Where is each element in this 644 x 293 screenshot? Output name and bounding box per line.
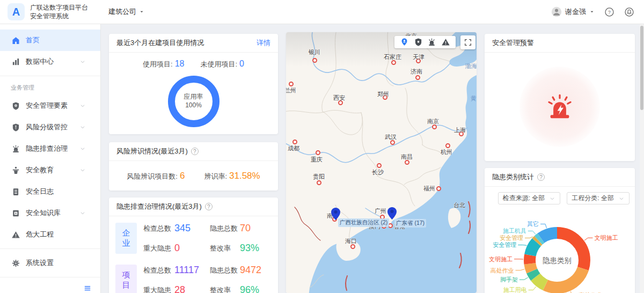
sidebar-item-安全管理要素[interactable]: 安全管理要素 <box>0 95 100 116</box>
sidebar-item-label: 隐患排查治理 <box>26 144 78 153</box>
sidebar-item-安全日志[interactable]: 安全日志 <box>0 181 100 202</box>
hazard-group-企业: 企业检查总数345隐患总数70重大隐患0整改率93% <box>115 223 272 254</box>
map-pin[interactable] <box>387 207 397 219</box>
metric-label: 重大隐患 <box>143 244 174 253</box>
shield-alert-icon <box>11 122 20 132</box>
map-layer-toolbar <box>394 36 456 48</box>
map-city-label: 南昌 <box>401 153 413 161</box>
help-icon[interactable]: ? <box>537 173 545 181</box>
map-city-label: 广州 <box>375 207 386 215</box>
donut-callout-label: 安全管理 <box>493 241 516 248</box>
app-title: 广联达数字项目平台 安全管理系统 <box>30 3 88 20</box>
siren-icon[interactable] <box>427 38 436 47</box>
map-city-label: 上海 <box>454 126 466 134</box>
sidebar-item-label: 风险分级管控 <box>26 122 78 132</box>
donut-callout-label: 文明施工 <box>594 235 618 241</box>
help-icon[interactable]: ? <box>604 7 614 17</box>
donut-callout-label: 高处作业 <box>491 267 514 274</box>
scrollbar-thumb[interactable] <box>640 26 643 110</box>
app-title-line1: 广联达数字项目平台 <box>30 3 88 12</box>
shield-gear-icon <box>11 101 20 111</box>
shield-icon[interactable] <box>414 38 423 47</box>
china-map[interactable]: 渤海黄北京银川石家庄天津济南兰州西安郑州南京上海武汉成都重庆杭州南昌长沙贵阳福州… <box>286 32 477 293</box>
usage-stat-unused: 未使用项目:0 <box>200 59 244 69</box>
help-icon[interactable]: ? <box>205 203 213 210</box>
sidebar-item-隐患排查治理[interactable]: 隐患排查治理 <box>0 138 100 159</box>
metric-value: 0 <box>174 243 210 254</box>
sidebar-item-label: 数据中心 <box>26 57 78 67</box>
category-filter-1[interactable]: 工程分类: 全部 <box>567 192 630 204</box>
alert-panel-title: 安全管理预警 <box>492 38 534 48</box>
map-city-label: 郑州 <box>377 90 389 98</box>
map-city-dot <box>316 150 320 155</box>
hazard-card-title: 隐患排查治理情况(最近3月) <box>116 202 202 211</box>
bar-chart-icon <box>11 57 20 67</box>
map-water-label: 渤海 <box>465 62 477 70</box>
category-panel-title: 隐患类别统计 <box>492 172 534 182</box>
chevron-down-icon <box>78 144 87 153</box>
map-fullscreen-button[interactable] <box>460 35 475 49</box>
app-title-line2: 安全管理系统 <box>30 12 88 20</box>
risk-card: 风险辨识情况(最近3月) ? 风险辨识项目数:6 辨识率:31.58% <box>109 142 278 191</box>
filter-value: 工程分类: 全部 <box>572 194 614 203</box>
user-name: 谢金强 <box>565 7 586 17</box>
usage-donut-chart: 应用率 100% <box>168 76 219 127</box>
donut-callout-label: 其它 <box>527 221 539 227</box>
avatar <box>551 6 562 17</box>
filter-value: 检查来源: 全部 <box>503 194 545 203</box>
podium-icon <box>11 165 20 175</box>
hazard-group-tag: 企业 <box>115 223 137 254</box>
sidebar-item-安全知识库[interactable]: 安全知识库 <box>0 202 100 224</box>
map-city-dot <box>317 180 321 185</box>
map-city-dot <box>445 143 450 148</box>
hazard-card: 隐患排查治理情况(最近3月) ? 企业检查总数345隐患总数70重大隐患0整改率… <box>109 197 278 293</box>
collapse-menu-icon[interactable] <box>83 284 92 292</box>
donut-callout-label: 脚手架 <box>500 276 518 283</box>
map-city-label: 杭州 <box>441 148 452 156</box>
sidebar-item-风险分级管控[interactable]: 风险分级管控 <box>0 116 100 138</box>
sidebar-item-安全教育[interactable]: 安全教育 <box>0 159 100 181</box>
donut-callout-label: 文明施工 <box>489 256 513 262</box>
warning-icon[interactable] <box>441 38 450 47</box>
notification-bell-icon[interactable] <box>624 7 634 17</box>
metric-value: 70 <box>240 223 272 234</box>
map-city-label: 长沙 <box>372 169 384 177</box>
usage-detail-link[interactable]: 详情 <box>257 38 270 48</box>
map-city-dot <box>377 163 382 168</box>
usage-card-title: 最近3个月在建项目使用情况 <box>116 38 204 48</box>
sidebar-item-label: 首页 <box>26 35 93 45</box>
book-icon <box>11 208 20 218</box>
map-region-badge[interactable]: 广东省 (17) <box>394 219 426 228</box>
usage-card: 最近3个月在建项目使用情况 详情 使用项目:18 未使用项目:0 应用率 100… <box>109 34 278 134</box>
svg-text:?: ? <box>608 9 611 14</box>
org-name: 建筑公司 <box>108 7 136 17</box>
sidebar-item-首页[interactable]: 首页 <box>0 30 100 51</box>
hazard-group-tag: 项目 <box>115 265 137 293</box>
org-selector[interactable]: 建筑公司 <box>108 7 144 17</box>
sidebar-item-label: 危大工程 <box>26 230 93 239</box>
usage-donut-label: 应用率 <box>184 93 203 101</box>
siren-alarm-icon <box>546 93 574 121</box>
map-region-badge[interactable]: 广西壮族自治区 (2) <box>338 218 389 227</box>
metric-label: 重大隐患 <box>143 285 174 293</box>
chevron-down-icon <box>78 208 87 218</box>
sidebar-item-危大工程[interactable]: 危大工程 <box>0 224 100 245</box>
metric-value: 9472 <box>240 265 272 276</box>
metric-label: 隐患总数 <box>210 266 240 275</box>
sidebar-item-系统设置[interactable]: 系统设置 <box>0 252 100 274</box>
map-city-label: 南京 <box>427 118 439 126</box>
map-city-label: 成都 <box>288 144 299 152</box>
category-filter-0[interactable]: 检查来源: 全部 <box>498 192 561 204</box>
help-icon[interactable]: ? <box>191 148 199 155</box>
metric-label: 检查总数 <box>143 266 174 275</box>
user-menu[interactable]: 谢金强 <box>551 6 595 17</box>
sidebar-item-label: 系统设置 <box>26 258 93 268</box>
metric-value: 28 <box>174 284 210 293</box>
chevron-down-icon <box>78 122 87 132</box>
home-icon <box>11 35 20 45</box>
caret-down-icon <box>589 9 595 14</box>
alert-glow <box>519 67 600 147</box>
metric-value: 93% <box>240 243 272 254</box>
person-pin-icon[interactable] <box>400 38 409 47</box>
sidebar-item-数据中心[interactable]: 数据中心 <box>0 51 100 72</box>
